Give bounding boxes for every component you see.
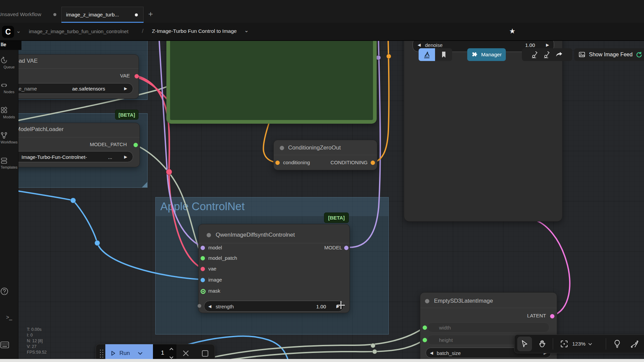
sidebar-terminal-button[interactable]: >_ bbox=[0, 314, 18, 320]
strength-value[interactable]: 1.00 bbox=[316, 303, 326, 309]
sidebar-item-templates[interactable]: Templates bbox=[0, 157, 18, 169]
cancel-run-icon[interactable] bbox=[182, 350, 189, 357]
port-latent-output[interactable] bbox=[550, 314, 554, 318]
new-tab-button[interactable]: + bbox=[148, 9, 153, 19]
select-tool-button[interactable] bbox=[517, 337, 532, 351]
node-model-patch-loader[interactable]: ModelPatchLoader MODEL_PATCH Image-Turbo… bbox=[0, 123, 140, 167]
breadcrumb-workflow[interactable]: image_z_image_turbo_fun_union_controlnet bbox=[29, 28, 128, 34]
node-title[interactable]: QwenImageDiffsynthControlnet bbox=[216, 232, 295, 238]
port-width-input[interactable] bbox=[423, 325, 427, 330]
node-qwen-controlnet[interactable]: QwenImageDiffsynthControlnet model MODEL… bbox=[198, 224, 350, 313]
node-green-image[interactable] bbox=[166, 34, 377, 124]
toggle-links-button[interactable] bbox=[627, 337, 642, 351]
node-title[interactable]: EmptySD3LatentImage bbox=[434, 298, 493, 304]
decrement-arrow-icon[interactable]: ◀ bbox=[208, 304, 211, 309]
play-icon bbox=[110, 350, 116, 356]
port-height-input[interactable] bbox=[423, 338, 427, 342]
run-label: Run bbox=[119, 350, 130, 357]
port-vae-input[interactable] bbox=[201, 267, 205, 271]
denoise-label: denoise bbox=[425, 42, 443, 48]
vae-name-widget[interactable]: vae_name ae.safetensors ▶ bbox=[7, 83, 133, 94]
sidebar-item-queue[interactable]: Queue bbox=[0, 56, 18, 69]
strength-label: strength bbox=[216, 303, 234, 309]
clean-workflow-icon[interactable] bbox=[531, 51, 539, 59]
zoom-level-dropdown[interactable]: 123% bbox=[572, 335, 592, 353]
stop-run-icon[interactable] bbox=[202, 350, 208, 357]
bookmark-button[interactable] bbox=[435, 48, 452, 61]
reroute-dot-blue-1[interactable] bbox=[70, 198, 76, 203]
node-title[interactable]: ModelPatchLoader bbox=[16, 126, 64, 133]
increment-arrow-icon[interactable]: ▶ bbox=[546, 43, 549, 47]
reroute-dot-blue-2[interactable] bbox=[95, 240, 100, 246]
sidebar-shortcuts-button[interactable] bbox=[0, 341, 18, 349]
refresh-feed-icon[interactable] bbox=[635, 51, 642, 58]
wire-width bbox=[188, 327, 425, 362]
clean-workflow-icon[interactable] bbox=[543, 51, 551, 59]
comfyui-logo[interactable]: C bbox=[2, 26, 14, 38]
port-conditioning-output[interactable] bbox=[371, 161, 375, 165]
reroute-dot-sage-1[interactable] bbox=[371, 343, 375, 348]
breadcrumb-template[interactable]: Z-Image-Turbo Fun Control to Image bbox=[152, 28, 237, 34]
strength-widget[interactable]: ◀ strength 1.00 ▶ bbox=[204, 301, 344, 312]
star-icon[interactable]: ★ bbox=[509, 27, 516, 35]
port-model-patch-output[interactable] bbox=[133, 143, 138, 147]
sidebar-item-models[interactable]: Models bbox=[0, 106, 18, 119]
left-sidebar: Queue Nodes Models Workflows Templates >… bbox=[0, 40, 18, 362]
reroute-dot-orange[interactable] bbox=[386, 54, 391, 59]
reroute-dot-purple[interactable] bbox=[376, 55, 381, 60]
utility-button-group bbox=[522, 48, 572, 61]
port-model-output[interactable] bbox=[344, 246, 348, 250]
port-model-patch-input[interactable] bbox=[201, 256, 205, 260]
show-image-feed-button[interactable]: Show Image Feed bbox=[574, 48, 644, 61]
tab-active[interactable]: image_z_image_turb... bbox=[61, 7, 144, 23]
port-vae-output[interactable] bbox=[135, 74, 139, 78]
collapse-dot[interactable] bbox=[425, 299, 429, 303]
next-value-arrow-icon[interactable]: ▶ bbox=[124, 155, 127, 159]
drag-handle-icon[interactable] bbox=[99, 349, 104, 358]
models-icon bbox=[0, 106, 8, 114]
terminal-icon: >_ bbox=[6, 314, 12, 320]
input-label-image: image bbox=[208, 277, 222, 283]
sidebar-help-button[interactable] bbox=[0, 287, 18, 296]
reroute-dot-sage-2[interactable] bbox=[372, 349, 377, 354]
port-conditioning-input[interactable] bbox=[275, 161, 280, 165]
stepper-up-icon[interactable] bbox=[169, 347, 174, 351]
reroute-dot-vae[interactable] bbox=[166, 169, 172, 175]
widget-value: ae.safetensors bbox=[72, 86, 105, 92]
template-chevron-icon[interactable]: ⌄ bbox=[244, 27, 249, 34]
next-value-arrow-icon[interactable]: ▶ bbox=[124, 86, 127, 91]
puzzle-icon bbox=[471, 51, 478, 58]
output-label-vae: VAE bbox=[120, 73, 130, 78]
stat-line: FPS:59.52 bbox=[27, 350, 47, 355]
collapse-dot[interactable] bbox=[280, 146, 284, 150]
input-label-model-patch: model_patch bbox=[208, 255, 237, 261]
patch-name-widget[interactable]: Image-Turbo-Fun-Controlnet- ... ▶ bbox=[7, 151, 133, 162]
port-strength-input[interactable] bbox=[198, 304, 201, 308]
port-model-input[interactable] bbox=[201, 246, 205, 250]
manager-button[interactable]: Manager bbox=[467, 48, 506, 61]
sidebar-item-workflows[interactable]: Workflows bbox=[0, 131, 18, 144]
port-mask-input[interactable] bbox=[201, 289, 206, 294]
node-title[interactable]: ConditioningZeroOut bbox=[288, 144, 341, 151]
width-widget[interactable]: width bbox=[427, 322, 549, 333]
collapse-dot[interactable] bbox=[207, 233, 211, 237]
crosshair-cursor bbox=[337, 301, 345, 309]
tab-unsaved-workflow[interactable]: Unsaved Workflow bbox=[0, 11, 41, 17]
stat-line: I: 0 bbox=[27, 333, 47, 338]
node-conditioning-zero-out[interactable]: ConditioningZeroOut conditioning CONDITI… bbox=[273, 140, 377, 170]
decrement-arrow-icon[interactable]: ◀ bbox=[430, 351, 433, 355]
port-image-input[interactable] bbox=[201, 278, 205, 282]
node-sampler-panel[interactable]: ◀ denoise 1.00 ▶ bbox=[404, 34, 562, 222]
pan-tool-button[interactable] bbox=[535, 337, 549, 351]
denoise-value[interactable]: 1.00 bbox=[525, 42, 535, 48]
run-options-chevron-icon[interactable] bbox=[137, 350, 143, 356]
toggle-lightbulb-button[interactable] bbox=[610, 337, 625, 351]
share-icon[interactable] bbox=[555, 51, 563, 58]
node-load-vae[interactable]: Load VAE VAE vae_name ae.safetensors ▶ bbox=[0, 54, 139, 99]
assets-button[interactable] bbox=[419, 48, 435, 61]
wire-height bbox=[208, 340, 425, 362]
sidebar-item-nodes[interactable]: Nodes bbox=[0, 81, 18, 94]
logo-chevron-icon[interactable]: ⌄ bbox=[16, 27, 21, 35]
decrement-arrow-icon[interactable]: ◀ bbox=[418, 43, 421, 47]
fit-view-button[interactable] bbox=[557, 337, 572, 351]
